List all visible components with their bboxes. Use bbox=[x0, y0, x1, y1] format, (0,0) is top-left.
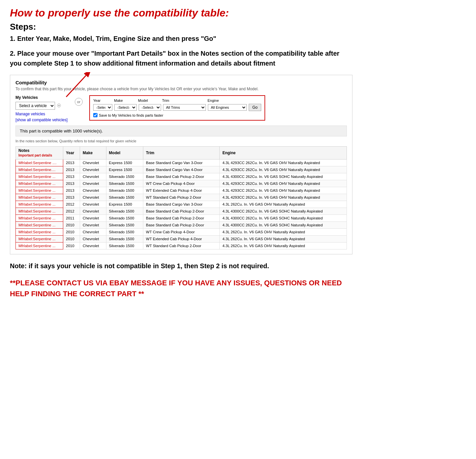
contact-text: **PLEASE CONTACT US VIA EBAY MESSAGE IF … bbox=[10, 277, 352, 299]
cell-trim: Base Standard Cargo Van 4-Door bbox=[143, 166, 220, 173]
cell-make: Chevrolet bbox=[80, 173, 106, 180]
cell-year: 2013 bbox=[63, 187, 80, 194]
table-row: Mfrlabel:Serpentine ... 2010 Chevrolet S… bbox=[16, 222, 347, 229]
main-title: How to properly use the compatibility ta… bbox=[10, 7, 352, 19]
cell-make: Chevrolet bbox=[80, 159, 106, 166]
table-row: Mfrlabel:Serpentine ... 2013 Chevrolet S… bbox=[16, 173, 347, 180]
cell-engine: 4.3L 262Cu. In. V6 GAS OHV Naturally Asp… bbox=[220, 201, 347, 208]
cell-trim: Base Standard Cab Pickup 2-Door bbox=[143, 208, 220, 215]
my-vehicles-section: My Vehicles Select a vehicle Manage vehi… bbox=[15, 95, 68, 122]
col-year: Year bbox=[63, 147, 80, 159]
cell-model: Silverado 1500 bbox=[106, 194, 143, 201]
ymm-form: Year Make Model Trim Engine -Select- -Se… bbox=[89, 95, 265, 121]
cell-engine: 4.3L 262Cu. In. V6 GAS OHV Naturally Asp… bbox=[220, 229, 347, 236]
cell-notes: Mfrlabel:Serpentine.... bbox=[16, 166, 63, 173]
arrow-indicator bbox=[60, 72, 93, 99]
cell-engine: 4.3L 262Cu. In. V6 GAS OHV Naturally Asp… bbox=[220, 243, 347, 249]
cell-model: Express 1500 bbox=[106, 166, 143, 173]
table-row: Mfrlabel:Serpentine ... 2010 Chevrolet S… bbox=[16, 243, 347, 249]
col-notes: Notes Important part details bbox=[16, 147, 63, 159]
cell-year: 2013 bbox=[63, 173, 80, 180]
cell-trim: WT Extended Cab Pickup 4-Door bbox=[143, 236, 220, 243]
compatibility-section: Compatibility To confirm that this part … bbox=[10, 75, 352, 254]
step2-text: 2. Place your mouse over "Important Part… bbox=[10, 48, 352, 68]
make-select[interactable]: -Select- bbox=[114, 104, 137, 111]
cell-engine: 4.3L 4293CC 262Cu. In. V6 GAS OHV Natura… bbox=[220, 187, 347, 194]
manage-vehicles-link[interactable]: Manage vehicles bbox=[15, 112, 68, 116]
make-label: Make bbox=[114, 99, 135, 102]
cell-engine: 4.3L 4293CC 262Cu. In. V6 GAS OHV Natura… bbox=[220, 166, 347, 173]
table-row: Mfrlabel:Serpentine ... 2011 Chevrolet S… bbox=[16, 215, 347, 222]
cell-model: Silverado 1500 bbox=[106, 236, 143, 243]
cell-trim: WT Extended Cab Pickup 4-Door bbox=[143, 187, 220, 194]
model-select[interactable]: -Select- bbox=[139, 104, 161, 111]
col-notes-sub: Important part details bbox=[18, 154, 52, 157]
col-model: Model bbox=[106, 147, 143, 159]
cell-make: Chevrolet bbox=[80, 243, 106, 249]
cell-make: Chevrolet bbox=[80, 187, 106, 194]
cell-notes: Mfrlabel:Serpentine ... bbox=[16, 215, 63, 222]
cell-make: Chevrolet bbox=[80, 194, 106, 201]
cell-model: Express 1500 bbox=[106, 159, 143, 166]
trim-select[interactable]: All Trims bbox=[163, 104, 206, 111]
go-button[interactable]: Go bbox=[249, 104, 261, 111]
trim-label: Trim bbox=[162, 99, 205, 102]
steps-heading: Steps: bbox=[10, 22, 352, 32]
model-label: Model bbox=[138, 99, 159, 102]
cell-notes: Mfrlabel:Serpentine ... bbox=[16, 187, 63, 194]
note-text: Note: if it says your vehicle is not com… bbox=[10, 261, 352, 271]
cell-engine: 4.3L 4293CC 262Cu. In. V6 GAS OHV Natura… bbox=[220, 194, 347, 201]
cell-notes: Mfrlabel:Serpentine ... bbox=[16, 173, 63, 180]
cell-model: Silverado 1500 bbox=[106, 173, 143, 180]
cell-trim: Base Standard Cab Pickup 2-Door bbox=[143, 173, 220, 180]
year-select[interactable]: -Select- bbox=[93, 104, 112, 111]
my-vehicles-label: My Vehicles bbox=[15, 95, 68, 100]
cell-trim: Base Standard Cargo Van 3-Door bbox=[143, 201, 220, 208]
cell-engine: 4.3L 4300CC 262Cu. In. V6 GAS SOHC Natur… bbox=[220, 222, 347, 229]
cell-make: Chevrolet bbox=[80, 236, 106, 243]
cell-model: Silverado 1500 bbox=[106, 208, 143, 215]
show-all-link[interactable]: [show all compatible vehicles] bbox=[15, 118, 68, 122]
col-make: Make bbox=[80, 147, 106, 159]
engine-select[interactable]: All Engines bbox=[208, 104, 247, 111]
step1-text: 1. Enter Year, Make, Model, Trim, Engine… bbox=[10, 34, 352, 43]
compat-title: Compatibility bbox=[15, 80, 347, 85]
cell-trim: Base Standard Cab Pickup 2-Door bbox=[143, 215, 220, 222]
cell-year: 2012 bbox=[63, 201, 80, 208]
save-vehicles-checkbox[interactable] bbox=[93, 113, 98, 117]
cell-year: 2012 bbox=[63, 208, 80, 215]
cell-notes: Mfrlabel:Serpentine ... bbox=[16, 208, 63, 215]
quantity-note: In the notes section below, Quantity ref… bbox=[15, 139, 347, 143]
cell-model: Express 1500 bbox=[106, 201, 143, 208]
cell-trim: Base Standard Cargo Van 3-Door bbox=[143, 159, 220, 166]
or-separator: or bbox=[75, 98, 83, 106]
cell-engine: 4.3L 4300CC 262Cu. In. V6 GAS SOHC Natur… bbox=[220, 215, 347, 222]
cell-notes: Mfrlabel:Serpentine ... bbox=[16, 194, 63, 201]
cell-make: Chevrolet bbox=[80, 222, 106, 229]
svg-line-3 bbox=[66, 75, 86, 97]
compatible-count: This part is compatible with 1000 vehicl… bbox=[15, 126, 347, 136]
cell-model: Silverado 1500 bbox=[106, 222, 143, 229]
table-row: Mfrlabel:Serpentine .... 2013 Chevrolet … bbox=[16, 159, 347, 166]
table-row: Mfrlabel:Serpentine ... 2010 Chevrolet S… bbox=[16, 229, 347, 236]
cell-notes: Mfrlabel:Serpentine .... bbox=[16, 159, 63, 166]
cell-trim: WT Standard Cab Pickup 2-Door bbox=[143, 243, 220, 249]
cell-year: 2010 bbox=[63, 243, 80, 249]
cell-engine: 4.3L 4293CC 262Cu. In. V6 GAS OHV Natura… bbox=[220, 180, 347, 187]
cell-engine: 4.3L 4300CC 262Cu. In. V6 GAS SOHC Natur… bbox=[220, 173, 347, 180]
cell-make: Chevrolet bbox=[80, 180, 106, 187]
cell-model: Silverado 1500 bbox=[106, 215, 143, 222]
compatibility-table: Notes Important part details Year Make M… bbox=[15, 146, 347, 249]
cell-model: Silverado 1500 bbox=[106, 229, 143, 236]
vehicle-select[interactable]: Select a vehicle bbox=[15, 102, 55, 110]
cell-year: 2013 bbox=[63, 166, 80, 173]
col-engine: Engine bbox=[220, 147, 347, 159]
cell-trim: WT Crew Cab Pickup 4-Door bbox=[143, 180, 220, 187]
table-row: Mfrlabel:Serpentine ... 2013 Chevrolet S… bbox=[16, 180, 347, 187]
table-row: Mfrlabel:Serpentine.... 2013 Chevrolet E… bbox=[16, 166, 347, 173]
cell-year: 2013 bbox=[63, 194, 80, 201]
cell-trim: WT Standard Cab Pickup 2-Door bbox=[143, 194, 220, 201]
cell-make: Chevrolet bbox=[80, 201, 106, 208]
cell-year: 2010 bbox=[63, 229, 80, 236]
cell-year: 2010 bbox=[63, 222, 80, 229]
